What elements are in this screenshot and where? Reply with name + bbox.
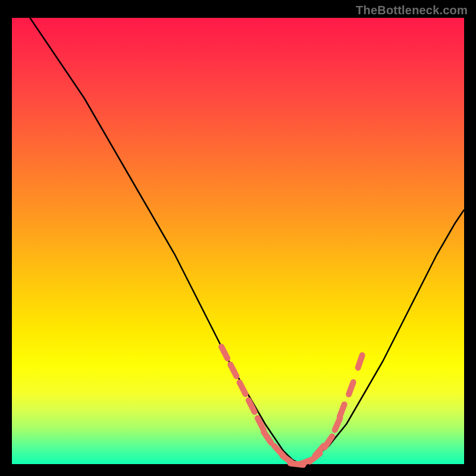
chart-marker xyxy=(325,436,332,447)
chart-marker xyxy=(230,365,236,377)
chart-marker-group xyxy=(221,347,362,465)
chart-marker xyxy=(249,400,255,412)
chart-frame: TheBottleneck.com xyxy=(0,0,476,476)
watermark-text: TheBottleneck.com xyxy=(356,4,468,17)
chart-marker xyxy=(349,382,353,394)
chart-marker xyxy=(240,383,246,394)
chart-line-curve xyxy=(30,18,464,464)
chart-svg xyxy=(12,18,464,464)
chart-marker xyxy=(358,355,362,368)
chart-marker xyxy=(221,347,227,359)
chart-marker xyxy=(340,405,345,417)
chart-marker xyxy=(264,432,271,443)
chart-marker xyxy=(335,418,340,430)
